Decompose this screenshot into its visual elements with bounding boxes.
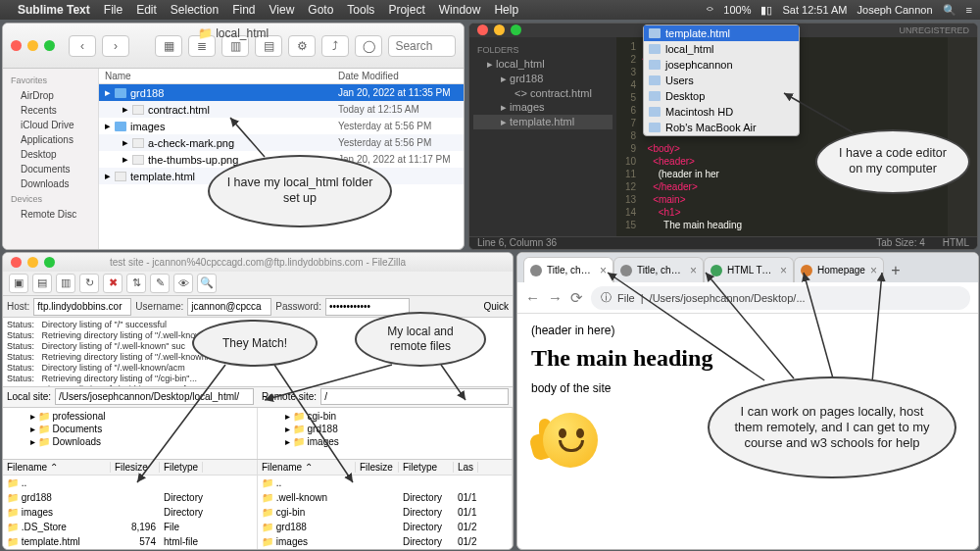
- wifi-icon[interactable]: ⌔: [707, 4, 713, 16]
- search-input[interactable]: [388, 35, 456, 57]
- menu-window[interactable]: Window: [439, 3, 481, 17]
- finder-row[interactable]: ▸ contract.htmlToday at 12:15 AM: [99, 101, 464, 118]
- browser-tab[interactable]: Title, chang×: [523, 257, 613, 282]
- sidebar-item-icloud[interactable]: iCloud Drive: [3, 118, 98, 132]
- sidebar-item-airdrop[interactable]: AirDrop: [3, 88, 98, 103]
- local-site-input[interactable]: [55, 388, 254, 405]
- close-tab-icon[interactable]: ×: [690, 264, 697, 277]
- sidebar-item-documents[interactable]: Documents: [3, 162, 98, 176]
- list-item[interactable]: 📁 imagesDirectory01/2: [258, 534, 512, 549]
- list-item[interactable]: 📁 grd188Directory: [3, 490, 257, 505]
- path-item[interactable]: josephcannon: [644, 57, 799, 73]
- browser-tab[interactable]: Title, chang×: [613, 257, 704, 282]
- close-icon[interactable]: [11, 40, 22, 51]
- menu-selection[interactable]: Selection: [171, 3, 219, 17]
- toolbar-icon[interactable]: ▥: [56, 274, 75, 293]
- remote-site-input[interactable]: [320, 388, 509, 405]
- menu-find[interactable]: Find: [232, 3, 255, 17]
- tree-item[interactable]: ▸ images: [473, 100, 612, 115]
- close-icon[interactable]: [11, 257, 22, 268]
- toolbar-icon[interactable]: ⇅: [126, 274, 146, 293]
- path-item[interactable]: Users: [644, 73, 799, 88]
- local-file-list[interactable]: Filename ⌃FilesizeFiletype 📁 ..📁 grd188D…: [3, 460, 258, 549]
- site-manager-icon[interactable]: ▣: [9, 274, 28, 293]
- zoom-icon[interactable]: [44, 257, 55, 268]
- browser-tab[interactable]: Homepage×: [794, 257, 884, 282]
- tree-item[interactable]: ▸ template.html: [473, 115, 612, 129]
- toolbar-icon[interactable]: 👁: [173, 274, 193, 293]
- sidebar-item-downloads[interactable]: Downloads: [3, 176, 98, 191]
- status-tabsize[interactable]: Tab Size: 4: [876, 237, 924, 248]
- list-item[interactable]: 📁 .well-knownDirectory01/1: [258, 490, 512, 505]
- browser-tab[interactable]: HTML Tuto×: [704, 257, 794, 282]
- minimize-icon[interactable]: [494, 25, 505, 35]
- menu-goto[interactable]: Goto: [308, 3, 333, 17]
- close-tab-icon[interactable]: ×: [600, 264, 607, 277]
- clock[interactable]: Sat 12:51 AM: [782, 4, 847, 16]
- zoom-icon[interactable]: [511, 25, 521, 35]
- list-item[interactable]: 📁 ..: [3, 476, 257, 490]
- list-item[interactable]: 📁 template.html574html-file: [3, 534, 257, 549]
- back-button[interactable]: ←: [525, 289, 540, 306]
- minimize-icon[interactable]: [27, 257, 38, 268]
- user-name[interactable]: Joseph Cannon: [858, 4, 933, 16]
- remote-file-list[interactable]: Filename ⌃FilesizeFiletypeLas 📁 ..📁 .wel…: [258, 460, 513, 549]
- tree-item[interactable]: <> contract.html: [473, 86, 612, 100]
- col-name[interactable]: Name: [99, 71, 332, 81]
- menu-file[interactable]: File: [104, 3, 122, 17]
- list-item[interactable]: 📁 grd188Directory01/2: [258, 520, 512, 534]
- forward-button[interactable]: ›: [102, 35, 129, 57]
- tree-item[interactable]: ▸ local_html: [473, 57, 612, 72]
- menu-help[interactable]: Help: [494, 3, 518, 17]
- new-tab-button[interactable]: +: [884, 259, 907, 282]
- close-icon[interactable]: [477, 25, 488, 35]
- finder-row[interactable]: ▸ grd188Jan 20, 2022 at 11:35 PM: [99, 84, 464, 101]
- list-item[interactable]: 📁 imagesDirectory: [3, 505, 257, 520]
- url-field[interactable]: ⓘ File | /Users/josephcannon/Desktop/...: [591, 286, 970, 310]
- sidebar-item-applications[interactable]: Applications: [3, 132, 98, 147]
- zoom-icon[interactable]: [44, 40, 55, 51]
- toolbar-icon[interactable]: ✎: [150, 274, 170, 293]
- path-item[interactable]: local_html: [644, 41, 799, 57]
- path-item[interactable]: template.html: [644, 25, 799, 41]
- username-input[interactable]: [187, 298, 271, 316]
- local-tree[interactable]: ▸ 📁 professional▸ 📁 Documents▸ 📁 Downloa…: [3, 408, 258, 459]
- list-item[interactable]: 📁 ..: [258, 476, 512, 490]
- close-tab-icon[interactable]: ×: [870, 264, 877, 277]
- toolbar-icon[interactable]: ▤: [32, 274, 52, 293]
- action-button[interactable]: ⚙: [288, 35, 316, 57]
- path-item[interactable]: Rob's MacBook Air: [644, 120, 799, 135]
- quickconnect-button[interactable]: Quick: [483, 301, 509, 312]
- host-input[interactable]: [33, 298, 131, 316]
- status-language[interactable]: HTML: [943, 237, 969, 248]
- finder-row[interactable]: ▸ a-check-mark.pngYesterday at 5:56 PM: [99, 134, 464, 151]
- minimize-icon[interactable]: [27, 40, 38, 51]
- toolbar-icon[interactable]: 🔍: [197, 274, 217, 293]
- menu-view[interactable]: View: [270, 3, 295, 17]
- minimap[interactable]: [948, 37, 977, 236]
- remote-tree[interactable]: ▸ 📁 cgi-bin▸ 📁 grd188▸ 📁 images: [258, 408, 513, 459]
- sidebar-item-remote-disc[interactable]: Remote Disc: [3, 207, 98, 222]
- list-item[interactable]: 📁 .DS_Store8,196File: [3, 520, 257, 534]
- menu-edit[interactable]: Edit: [136, 3, 157, 17]
- tags-button[interactable]: ◯: [355, 35, 382, 57]
- path-item[interactable]: Desktop: [644, 88, 799, 104]
- finder-row[interactable]: ▸ imagesYesterday at 5:56 PM: [99, 118, 464, 134]
- reload-button[interactable]: ⟳: [570, 289, 583, 307]
- close-tab-icon[interactable]: ×: [780, 264, 787, 277]
- sidebar-item-desktop[interactable]: Desktop: [3, 147, 98, 162]
- list-item[interactable]: 📁 cgi-binDirectory01/1: [258, 505, 512, 520]
- path-item[interactable]: Macintosh HD: [644, 104, 799, 120]
- menu-project[interactable]: Project: [388, 3, 424, 17]
- menu-extras-icon[interactable]: ≡: [966, 4, 972, 16]
- tree-item[interactable]: ▸ grd188: [473, 72, 612, 86]
- back-button[interactable]: ‹: [69, 35, 96, 57]
- view-icons-button[interactable]: ▦: [155, 35, 182, 57]
- toolbar-icon[interactable]: ↻: [79, 274, 99, 293]
- col-date[interactable]: Date Modified: [332, 71, 464, 81]
- share-button[interactable]: ⤴: [321, 35, 349, 57]
- menu-tools[interactable]: Tools: [347, 3, 374, 17]
- toolbar-icon[interactable]: ✖: [103, 274, 122, 293]
- spotlight-icon[interactable]: 🔍: [943, 4, 956, 17]
- menu-app[interactable]: Sublime Text: [18, 3, 90, 17]
